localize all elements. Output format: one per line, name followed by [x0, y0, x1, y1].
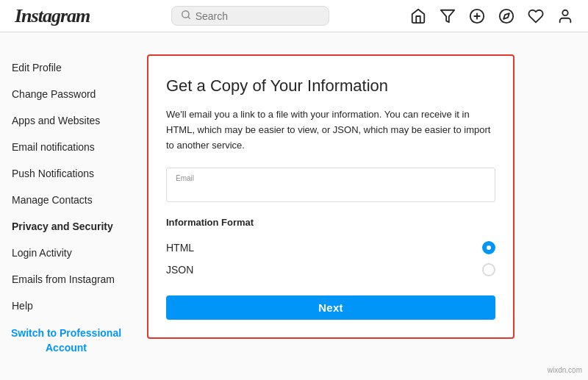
- sidebar-item-change-password[interactable]: Change Password: [0, 81, 132, 107]
- sidebar-item-manage-contacts[interactable]: Manage Contacts: [0, 187, 132, 213]
- svg-point-6: [500, 9, 513, 22]
- email-field-wrapper: Email: [166, 168, 495, 202]
- heart-icon[interactable]: [528, 8, 544, 24]
- svg-marker-7: [503, 13, 509, 19]
- copy-info-card: Get a Copy of Your Information We'll ema…: [147, 54, 514, 339]
- sidebar-item-help[interactable]: Help: [0, 293, 132, 319]
- main-layout: Edit Profile Change Password Apps and We…: [0, 54, 588, 362]
- profile-icon[interactable]: [557, 8, 573, 24]
- add-icon[interactable]: [469, 8, 485, 24]
- format-section-label: Information Format: [166, 217, 495, 228]
- sidebar-item-login-activity[interactable]: Login Activity: [0, 240, 132, 266]
- format-html-label: HTML: [166, 242, 194, 254]
- format-section: Information Format HTML JSON: [166, 217, 495, 281]
- header-nav-icons: [410, 8, 573, 24]
- compass-icon[interactable]: [498, 8, 514, 24]
- radio-json[interactable]: [482, 263, 495, 276]
- next-button[interactable]: Next: [166, 295, 495, 320]
- search-icon: [181, 10, 191, 22]
- sidebar-item-switch-professional[interactable]: Switch to ProfessionalAccount: [0, 319, 132, 362]
- watermark: wixdn.com: [548, 366, 582, 374]
- sidebar-item-email-notifications[interactable]: Email notifications: [0, 134, 132, 160]
- sidebar-item-apps-and-websites[interactable]: Apps and Websites: [0, 107, 132, 134]
- home-icon[interactable]: [410, 8, 426, 24]
- search-input[interactable]: [196, 10, 320, 22]
- card-title: Get a Copy of Your Information: [166, 76, 495, 96]
- svg-line-1: [187, 17, 190, 19]
- svg-marker-2: [441, 10, 454, 22]
- sidebar-item-privacy-and-security[interactable]: Privacy and Security: [0, 213, 132, 240]
- format-json-label: JSON: [166, 264, 193, 276]
- sidebar-item-edit-profile[interactable]: Edit Profile: [0, 54, 132, 81]
- search-bar[interactable]: [171, 6, 329, 26]
- app-header: Instagram: [0, 0, 588, 32]
- format-option-html[interactable]: HTML: [166, 237, 495, 259]
- sidebar-item-push-notifications[interactable]: Push Notifications: [0, 160, 132, 187]
- app-logo: Instagram: [15, 5, 90, 27]
- filter-icon[interactable]: [440, 8, 456, 24]
- svg-point-8: [562, 10, 567, 15]
- card-description: We'll email you a link to a file with yo…: [166, 107, 495, 153]
- email-input[interactable]: [176, 184, 486, 196]
- main-content: Get a Copy of Your Information We'll ema…: [147, 54, 588, 362]
- sidebar-item-emails-from-instagram[interactable]: Emails from Instagram: [0, 266, 132, 293]
- settings-sidebar: Edit Profile Change Password Apps and We…: [0, 54, 147, 362]
- email-label: Email: [176, 174, 486, 182]
- format-option-json[interactable]: JSON: [166, 259, 495, 281]
- radio-html[interactable]: [482, 241, 495, 254]
